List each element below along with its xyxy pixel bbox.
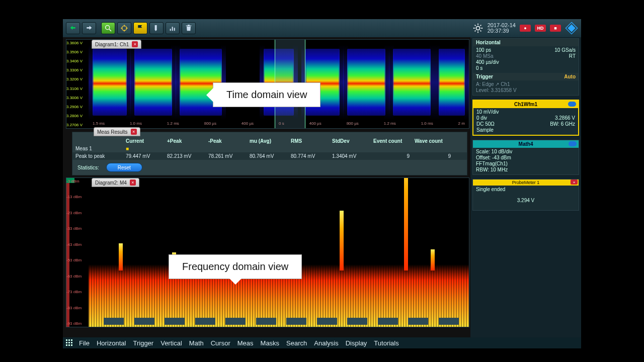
minimize-icon[interactable] [568,102,576,107]
magnifier-icon [104,24,112,32]
diagram1-tab-label: Diagram1: Ch1 [95,42,129,47]
status-badge: ■ [550,25,561,32]
menu-cursor[interactable]: Cursor [211,339,230,347]
ch1-bw: BW: 6 GHz [526,121,575,127]
menu-search[interactable]: Search [286,339,307,347]
cursor-button[interactable] [133,22,147,34]
annotation-time-label: Time domain view [226,89,307,100]
ch1-coupling: DC 50Ω [476,121,526,127]
gear-icon[interactable] [472,23,484,34]
meas-group-label: Meas 1 [75,146,126,151]
histogram-button[interactable] [166,22,180,34]
menu-math[interactable]: Math [189,339,204,347]
menu-bar: FileHorizontalTriggerVerticalMathCursorM… [63,337,581,348]
meas-footer: Statistics: Reset [72,160,467,175]
measure-button[interactable] [117,22,131,34]
pm-title: ProbeMeter 1 [512,180,540,185]
grip-icon[interactable] [66,339,75,346]
close-icon[interactable]: × [131,129,137,135]
toolbar: 2017-02-14 20:37:39 ● HD ■ [63,19,581,37]
annotation-freq-label: Frequency domain view [182,261,288,272]
ch1-card[interactable]: Ch1Wfm1 10 mV/div 0 div3.2866 V DC 50ΩBW… [472,100,579,136]
close-icon[interactable]: × [571,179,578,185]
svg-point-2 [122,26,126,30]
annotation-freq-domain: Frequency domain view [169,254,302,279]
math-title: Math4 [519,141,533,147]
delete-button[interactable] [182,22,196,34]
math-scale: Scale: 10 dB/div [476,149,576,154]
svg-line-1 [109,29,111,31]
diagram-freq[interactable]: Diagram2: M4 × -3 dBm-13 dBm-23 dBm-33 d… [66,177,469,327]
redo-icon [85,24,93,32]
menu-display[interactable]: Display [346,339,367,347]
redo-button[interactable] [82,22,96,34]
math-card[interactable]: Math4 Scale: 10 dB/div Offset: -43 dBm F… [472,140,579,175]
math-func: FFTmag(Ch1) [476,161,576,166]
diagram1-yscale: 3.3606 V3.3506 V3.3406 V3.3306 V3.3206 V… [66,40,89,128]
close-icon[interactable]: × [132,41,138,47]
diagram1-tab[interactable]: Diagram1: Ch1 × [92,40,141,49]
menu-meas[interactable]: Meas [237,339,254,347]
trigger-mode: Auto [564,74,576,79]
undo-icon [69,24,77,32]
crosshair-icon [120,24,128,32]
side-column: Horizontal 100 ps10 GSa/s 40 MSaRT 400 µ… [470,37,581,337]
probemeter-card[interactable]: ProbeMeter 1× Single ended 3.294 V [472,179,579,211]
trigger-title: Trigger [476,74,493,79]
meas-tab-label: Meas Results [97,129,128,135]
bars-icon [169,24,177,32]
menu-tutorials[interactable]: Tutorials [374,339,398,347]
rec-badge: ● [520,25,531,32]
svg-point-0 [106,26,110,30]
ch1-pos: 0 div [476,115,526,121]
ch1-acq: Sample [476,127,526,133]
diagram2-tab-label: Diagram2: M4 [95,180,127,186]
horiz-rate: 10 GSa/s [526,47,576,53]
menu-vertical[interactable]: Vertical [160,339,182,347]
main-column: Diagram1: Ch1 × 3.3606 V3.3506 V3.3406 V… [63,37,470,337]
close-icon[interactable]: × [130,179,136,186]
math-rbw: RBW: 10 MHz [476,167,576,172]
horizontal-title: Horizontal [476,40,501,45]
time-label: 20:37:39 [488,28,516,34]
menu-trigger[interactable]: Trigger [133,339,153,347]
diagram2-yscale: -3 dBm-13 dBm-23 dBm-33 dBm-43 dBm-53 dB… [66,178,89,327]
menu-file[interactable]: File [79,339,90,347]
diagram1-xscale: 1.5 ms1.0 ms1.2 ms800 µs400 µs0 s400 µs8… [89,121,469,128]
math-offset: Offset: -43 dBm [476,155,576,160]
pm-mode: Single ended [476,187,576,192]
trigger-level: Level: 3.316358 V [476,87,576,93]
meas-data-row: Peak to peak79.447 mV82.213 mV78.261 mV8… [72,152,467,160]
app-window: 2017-02-14 20:37:39 ● HD ■ Diagram1: Ch1… [63,19,581,348]
menu-horizontal[interactable]: Horizontal [97,339,126,347]
ch1-offset: 3.2866 V [526,115,575,121]
menu-masks[interactable]: Masks [261,339,280,347]
diagram2-plot [89,178,469,327]
minimize-icon[interactable] [569,141,577,146]
ch1-title: Ch1Wfm1 [514,102,537,107]
menu-analysis[interactable]: Analysis [314,339,338,347]
marker-icon [152,24,160,32]
horiz-mode: RT [526,53,576,59]
hd-badge: HD [535,25,546,32]
flag-icon [136,24,144,32]
horiz-pos: 0 s [476,65,526,71]
pm-value: 3.294 V [476,193,576,208]
meas-tab[interactable]: Meas Results × [94,127,140,136]
diagram2-tab[interactable]: Diagram2: M4 × [92,178,139,187]
vendor-logo-icon [565,22,578,35]
search-tool-button[interactable] [149,22,164,34]
svg-point-3 [476,26,479,30]
reset-button[interactable]: Reset [106,163,142,172]
zoom-button[interactable] [101,22,115,34]
annotation-time-domain: Time domain view [213,82,320,107]
meas-group-row: Meas 1 ■ [72,145,467,152]
undo-button[interactable] [66,22,80,34]
trigger-source: A: Edge ↗ Ch1 [476,81,576,87]
horiz-scale: 400 µs/div [476,59,526,65]
stats-label: Statistics: [77,165,99,170]
horizontal-card[interactable]: Horizontal 100 ps10 GSa/s 40 MSaRT 400 µ… [472,38,579,96]
trash-icon [185,24,193,32]
meas-results-panel: Meas Results × Current+Peak-Peakmu (Avg)… [72,132,467,175]
horiz-res: 100 ps [476,47,526,53]
